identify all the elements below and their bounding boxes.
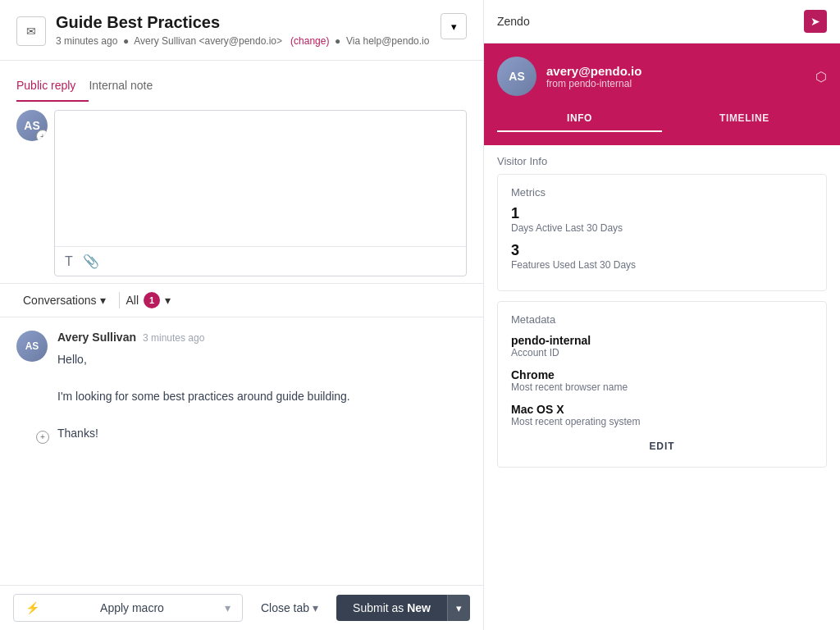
edit-button-area: EDIT <box>511 437 813 455</box>
external-link-icon[interactable]: ⬡ <box>815 69 827 84</box>
message-time: 3 minutes ago <box>143 332 204 344</box>
lightning-icon: ⚡ <box>25 601 39 614</box>
metadata-browser: Chrome Most recent browser name <box>511 368 813 393</box>
message-line2: I'm looking for some best practices arou… <box>57 387 467 405</box>
reply-user-avatar: AS + <box>16 110 48 141</box>
submit-bold-label: New <box>407 601 431 614</box>
ticket-author: Avery Sullivan <avery@pendo.io> <box>134 35 282 47</box>
ticket-info: Guide Best Practices 3 minutes ago ● Ave… <box>56 13 431 47</box>
message-avatar-circle: AS <box>16 331 48 362</box>
messages-area: AS + Avery Sullivan 3 minutes ago Hello,… <box>0 317 483 585</box>
profile-card: AS avery@pendo.io from pendo-internal ⬡ … <box>484 43 840 145</box>
reply-section: Public reply Internal note <box>0 61 483 102</box>
metadata-title: Metadata <box>511 313 813 326</box>
account-id-key: Account ID <box>511 347 813 358</box>
message-body: Hello, I'm looking for some best practic… <box>57 350 467 442</box>
avatar-add-icon: + <box>36 130 48 141</box>
conversations-count-badge: 1 <box>144 292 160 308</box>
profile-avatar: AS <box>497 57 536 96</box>
zendo-header: Zendo ➤ <box>484 0 840 43</box>
ticket-meta: 3 minutes ago ● Avery Sullivan <avery@pe… <box>56 35 431 47</box>
reply-tabs: Public reply Internal note <box>16 71 467 102</box>
ticket-via: Via help@pendo.io <box>346 35 429 47</box>
reply-avatar-col: AS + <box>16 110 48 276</box>
conversations-bar: Conversations ▾ All 1 ▾ <box>0 283 483 317</box>
tab-info[interactable]: INFO <box>497 106 662 132</box>
message-author: Avery Sullivan <box>57 331 136 344</box>
reply-textarea[interactable] <box>55 111 466 246</box>
metadata-account-id: pendo-internal Account ID <box>511 334 813 358</box>
message-content: Avery Sullivan 3 minutes ago Hello, I'm … <box>57 331 467 442</box>
submit-chevron-button[interactable]: ▾ <box>447 595 470 621</box>
ticket-header: ✉ Guide Best Practices 3 minutes ago ● A… <box>0 0 483 61</box>
bottom-bar: ⚡ Apply macro ▾ Close tab ▾ Submit as Ne… <box>0 585 483 630</box>
mail-icon: ✉ <box>16 16 46 46</box>
close-tab-chevron-icon: ▾ <box>313 601 318 614</box>
submit-button-group: Submit as New ▾ <box>336 595 470 621</box>
edit-button[interactable]: EDIT <box>639 437 684 455</box>
right-panel: Zendo ➤ AS avery@pendo.io from pendo-int… <box>484 0 840 630</box>
attach-icon[interactable]: 📎 <box>83 253 99 269</box>
message-avatar: AS + <box>16 331 48 442</box>
profile-top: AS avery@pendo.io from pendo-internal ⬡ <box>497 57 827 96</box>
submit-dropdown-icon: ▾ <box>456 602 462 614</box>
message-line1: Hello, <box>57 350 467 368</box>
features-used-label: Features Used Last 30 Days <box>511 259 813 271</box>
metrics-card: Metrics 1 Days Active Last 30 Days 3 Fea… <box>497 174 827 291</box>
close-tab-button[interactable]: Close tab ▾ <box>249 595 330 621</box>
account-id-value: pendo-internal <box>511 334 813 347</box>
message-line3: Thanks! <box>57 424 467 442</box>
days-active-value: 1 <box>511 205 813 222</box>
zendo-action-icon: ➤ <box>810 15 820 28</box>
zendo-action-button[interactable]: ➤ <box>804 10 827 33</box>
features-used-value: 3 <box>511 242 813 259</box>
macro-chevron-icon: ▾ <box>225 601 231 614</box>
os-value: Mac OS X <box>511 403 813 416</box>
close-tab-label: Close tab <box>261 601 309 614</box>
message-avatar-add-icon: + <box>36 431 49 444</box>
reply-area-wrapper: AS + T 📎 <box>0 110 483 276</box>
ticket-time: 3 minutes ago <box>56 35 117 47</box>
reply-toolbar: T 📎 <box>55 246 466 276</box>
tab-public-reply[interactable]: Public reply <box>16 71 89 102</box>
visitor-info-section: Visitor Info Metrics 1 Days Active Last … <box>484 145 840 477</box>
filter-all-label: All <box>126 294 139 307</box>
metadata-card: Metadata pendo-internal Account ID Chrom… <box>497 301 827 468</box>
text-format-icon[interactable]: T <box>65 254 73 269</box>
filter-chevron-icon: ▾ <box>165 294 171 307</box>
profile-info: avery@pendo.io from pendo-internal <box>546 64 806 89</box>
chevron-down-icon: ▾ <box>451 21 457 33</box>
message-header: Avery Sullivan 3 minutes ago <box>57 331 467 344</box>
conversations-label: Conversations <box>23 294 97 307</box>
conversations-filter[interactable]: All 1 ▾ <box>126 292 171 308</box>
profile-sub: from pendo-internal <box>546 78 806 89</box>
profile-email: avery@pendo.io <box>546 64 806 78</box>
apply-macro-label: Apply macro <box>46 601 218 614</box>
metrics-title: Metrics <box>511 186 813 199</box>
conversations-dropdown[interactable]: Conversations ▾ <box>16 290 112 310</box>
left-panel: ✉ Guide Best Practices 3 minutes ago ● A… <box>0 0 484 630</box>
browser-key: Most recent browser name <box>511 381 813 393</box>
ticket-dropdown-button[interactable]: ▾ <box>441 13 467 39</box>
ticket-title: Guide Best Practices <box>56 13 431 32</box>
conversations-chevron-icon: ▾ <box>100 294 106 307</box>
days-active-label: Days Active Last 30 Days <box>511 222 813 234</box>
profile-tabs: INFO TIMELINE <box>497 106 827 132</box>
tab-timeline[interactable]: TIMELINE <box>662 106 827 132</box>
metadata-os: Mac OS X Most recent operating system <box>511 403 813 427</box>
submit-pre-label: Submit as <box>353 601 407 614</box>
zendo-title: Zendo <box>497 15 530 28</box>
submit-as-new-button[interactable]: Submit as New <box>336 595 447 621</box>
visitor-info-label: Visitor Info <box>497 155 827 167</box>
reply-box: T 📎 <box>54 110 467 276</box>
change-link[interactable]: (change) <box>290 35 329 47</box>
conversations-divider <box>119 292 120 308</box>
browser-value: Chrome <box>511 368 813 381</box>
os-key: Most recent operating system <box>511 416 813 427</box>
message-item: AS + Avery Sullivan 3 minutes ago Hello,… <box>16 331 467 442</box>
tab-internal-note[interactable]: Internal note <box>89 71 166 102</box>
apply-macro-button[interactable]: ⚡ Apply macro ▾ <box>13 594 243 622</box>
